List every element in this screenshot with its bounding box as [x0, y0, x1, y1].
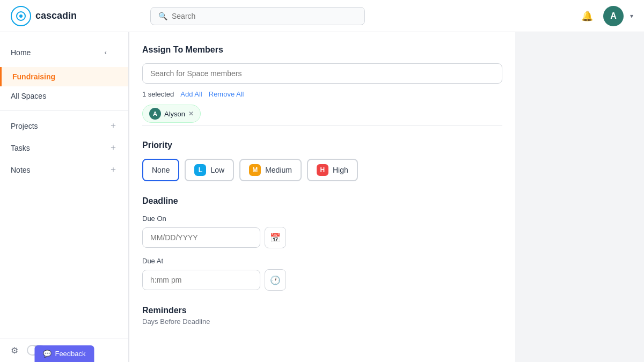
- clock-icon[interactable]: 🕐: [265, 269, 286, 291]
- sidebar-item-projects[interactable]: Projects ＋: [0, 115, 128, 137]
- sidebar-item-tasks[interactable]: Tasks ＋: [0, 137, 128, 159]
- due-at-input[interactable]: [142, 270, 260, 290]
- projects-add-button[interactable]: ＋: [109, 120, 118, 131]
- selected-count: 1 selected: [142, 90, 174, 98]
- feedback-label: Feedback: [55, 350, 85, 358]
- sidebar-item-notes[interactable]: Notes ＋: [0, 159, 128, 181]
- due-at-label: Due At: [142, 257, 502, 265]
- feedback-button[interactable]: 💬 Feedback: [34, 345, 94, 362]
- logo-inner-dot: [19, 14, 23, 18]
- sidebar-item-fundraising[interactable]: Fundraising: [0, 67, 128, 86]
- add-all-button[interactable]: Add All: [180, 90, 202, 98]
- priority-high-button[interactable]: H High: [307, 159, 358, 181]
- sidebar-all-spaces-label: All Spaces: [11, 92, 46, 100]
- due-on-label: Due On: [142, 215, 502, 223]
- sidebar-notes-label: Notes: [11, 166, 31, 174]
- due-at-row: 🕐: [142, 269, 502, 291]
- sidebar-item-home-label: Home: [11, 48, 31, 57]
- member-search-input[interactable]: [142, 63, 502, 84]
- body: Home ‹ Fundraising All Spaces Projects ＋…: [0, 32, 644, 362]
- sidebar-divider: [0, 110, 128, 110]
- search-bar: 🔍: [150, 7, 365, 25]
- selection-row: 1 selected Add All Remove All: [142, 90, 502, 98]
- remove-all-button[interactable]: Remove All: [209, 90, 244, 98]
- due-on-input[interactable]: [142, 227, 260, 248]
- logo-text: cascadin: [35, 10, 77, 21]
- priority-low-badge: L: [194, 164, 206, 176]
- logo-icon: [11, 6, 31, 26]
- due-on-row: 📅: [142, 227, 502, 248]
- assign-members-section: Assign To Members 1 selected Add All Rem…: [142, 45, 502, 125]
- reminders-section: Reminders Days Before Deadline: [142, 306, 502, 326]
- sidebar: Home ‹ Fundraising All Spaces Projects ＋…: [0, 32, 129, 362]
- main: Assign To Members 1 selected Add All Rem…: [129, 32, 644, 362]
- avatar[interactable]: A: [603, 6, 624, 26]
- priority-title: Priority: [142, 141, 502, 150]
- priority-none-label: None: [152, 166, 170, 174]
- notes-add-button[interactable]: ＋: [109, 164, 118, 175]
- sidebar-projects-label: Projects: [11, 122, 38, 130]
- tasks-add-button[interactable]: ＋: [109, 142, 118, 153]
- priority-medium-badge: M: [249, 164, 261, 176]
- priority-high-label: High: [333, 166, 348, 174]
- logo: cascadin: [11, 6, 140, 26]
- bell-button[interactable]: 🔔: [577, 6, 597, 26]
- tags-row: A Alyson ✕: [142, 105, 502, 123]
- priority-section: Priority None L Low M Medium H: [142, 141, 502, 181]
- reminders-sub: Days Before Deadline: [142, 317, 502, 326]
- priority-low-button[interactable]: L Low: [185, 159, 234, 181]
- deadline-title: Deadline: [142, 196, 502, 206]
- sidebar-collapse-button[interactable]: ‹: [94, 43, 118, 62]
- priority-high-badge: H: [317, 164, 328, 176]
- priority-row: None L Low M Medium H High: [142, 159, 502, 181]
- deadline-section: Deadline Due On 📅 Due At 🕐: [142, 196, 502, 291]
- search-icon: 🔍: [158, 12, 167, 20]
- member-tag-remove[interactable]: ✕: [188, 110, 194, 117]
- sidebar-item-home[interactable]: Home ‹: [0, 38, 128, 67]
- sidebar-item-all-spaces[interactable]: All Spaces: [0, 86, 128, 106]
- avatar-chevron-icon[interactable]: ▾: [630, 12, 633, 20]
- content-panel: Assign To Members 1 selected Add All Rem…: [129, 32, 515, 362]
- header-right: 🔔 A ▾: [577, 6, 633, 26]
- priority-medium-label: Medium: [265, 166, 292, 174]
- member-tag: A Alyson ✕: [142, 105, 201, 123]
- sidebar-tasks-label: Tasks: [11, 144, 30, 152]
- priority-none-button[interactable]: None: [142, 159, 179, 181]
- reminders-title: Reminders: [142, 306, 502, 315]
- logo-icon-inner: [16, 11, 26, 21]
- member-tag-name: Alyson: [164, 110, 185, 118]
- assign-members-title: Assign To Members: [142, 45, 502, 55]
- gear-icon[interactable]: ⚙: [11, 345, 18, 356]
- calendar-icon[interactable]: 📅: [265, 227, 286, 248]
- search-input[interactable]: [172, 12, 357, 20]
- sidebar-fundraising-label: Fundraising: [12, 72, 55, 81]
- header: cascadin 🔍 🔔 A ▾: [0, 0, 644, 32]
- member-tag-avatar: A: [149, 108, 161, 120]
- feedback-icon: 💬: [43, 350, 52, 358]
- assign-divider: [142, 125, 502, 125]
- sidebar-top: Home ‹ Fundraising All Spaces Projects ＋…: [0, 32, 128, 186]
- priority-medium-button[interactable]: M Medium: [239, 159, 302, 181]
- priority-low-label: Low: [210, 166, 224, 174]
